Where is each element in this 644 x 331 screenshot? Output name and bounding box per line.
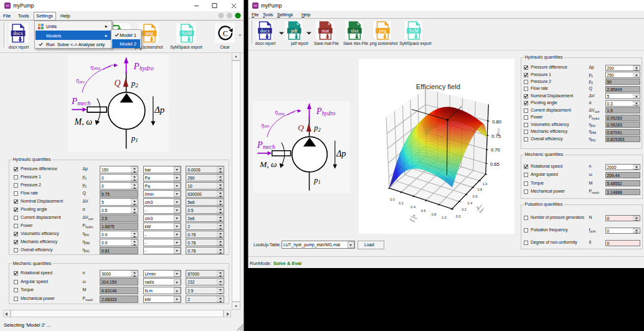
- svg-text:ηHM: ηHM: [275, 108, 285, 115]
- svg-text:Pmech: Pmech: [71, 96, 90, 107]
- svg-text:mat: mat: [321, 28, 329, 34]
- svg-text:Phydro: Phydro: [133, 61, 154, 72]
- svg-text:docx: docx: [260, 28, 269, 34]
- svg-text:Pmech: Pmech: [257, 140, 275, 150]
- svg-text:ηHV: ηHV: [262, 122, 271, 128]
- svg-text:SyM: SyM: [182, 31, 192, 36]
- svg-text:p2: p2: [131, 79, 139, 89]
- svg-text:0.75: 0.75: [491, 133, 501, 138]
- svg-text:0.65: 0.65: [490, 161, 499, 166]
- svg-text:ηHM: ηHM: [90, 64, 101, 72]
- svg-text:Efficiency field: Efficiency field: [416, 82, 460, 90]
- svg-text:0.70: 0.70: [490, 147, 500, 153]
- svg-text:Δp: Δp: [336, 148, 346, 158]
- svg-text:pdf: pdf: [291, 28, 298, 34]
- svg-text:SyM: SyM: [409, 28, 418, 34]
- svg-text:png: png: [146, 31, 153, 36]
- svg-text:M, ω: M, ω: [74, 117, 93, 127]
- svg-text:png: png: [379, 28, 386, 34]
- svg-text:p2: p2: [313, 123, 321, 133]
- svg-text:xlsx: xlsx: [350, 28, 358, 34]
- svg-text:Δp: Δp: [154, 105, 165, 115]
- svg-text:0.80: 0.80: [492, 118, 501, 124]
- svg-text:ηHV: ηHV: [76, 77, 85, 85]
- svg-text:Q: Q: [298, 123, 304, 132]
- svg-text:Phydro: Phydro: [316, 106, 336, 117]
- svg-text:Q: Q: [115, 79, 121, 88]
- svg-text:docx: docx: [13, 31, 23, 36]
- svg-text:p1: p1: [131, 133, 138, 143]
- svg-text:M, ω: M, ω: [259, 160, 277, 169]
- svg-text:C: C: [223, 29, 228, 38]
- svg-text:p1: p1: [313, 176, 321, 185]
